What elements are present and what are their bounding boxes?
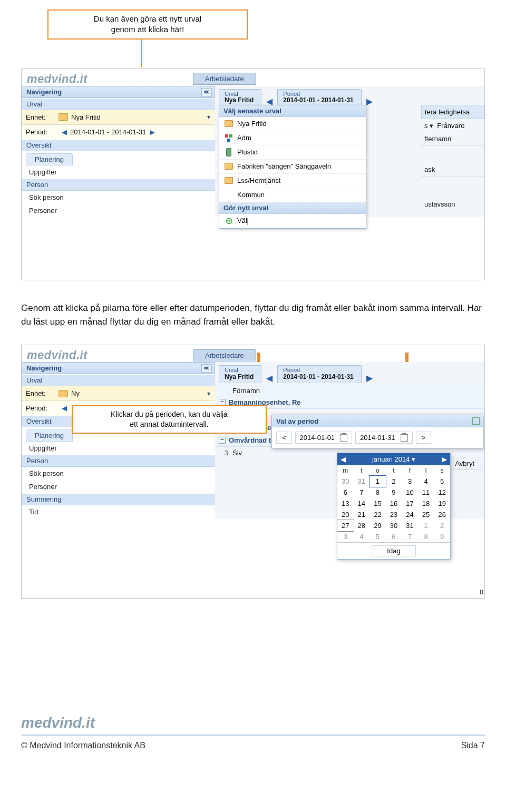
cal-title[interactable]: januari 2014 ▾	[372, 455, 415, 463]
cal-day[interactable]: 22	[369, 509, 386, 520]
cal-day[interactable]: 9	[386, 487, 402, 498]
section-urval: Urval	[22, 98, 215, 110]
cal-day[interactable]: 8	[369, 487, 386, 498]
cal-day[interactable]: 5	[369, 531, 386, 542]
cal-day[interactable]: 7	[354, 487, 370, 498]
cal-day[interactable]: 30	[386, 520, 402, 531]
cal-day[interactable]: 16	[386, 498, 402, 509]
button-fragment[interactable]: tera ledighetsa	[421, 105, 484, 119]
cal-day[interactable]: 23	[386, 509, 402, 520]
cal-day[interactable]: 2	[386, 476, 402, 487]
role-tab[interactable]: Arbetsledare	[193, 73, 256, 85]
cal-day[interactable]: 15	[369, 498, 386, 509]
cal-day[interactable]: 4	[418, 476, 434, 487]
cal-day[interactable]: 25	[418, 509, 434, 520]
collapse-button[interactable]: ≪	[201, 88, 212, 96]
tab-planering[interactable]: Planering	[26, 153, 73, 165]
unit-row[interactable]: Enhet: Nya Fritid ▾	[22, 110, 215, 125]
unit-row[interactable]: Enhet: Ny ▾	[22, 386, 215, 401]
tab-period[interactable]: Period 2014-01-01 - 2014-01-31	[277, 89, 361, 106]
period-prev[interactable]: ◀	[62, 404, 67, 412]
cal-day[interactable]: 5	[434, 476, 450, 487]
cal-day[interactable]: 3	[337, 531, 354, 542]
cal-day[interactable]: 1	[369, 476, 386, 487]
collapse-icon[interactable]: −	[219, 399, 226, 406]
cal-day[interactable]: 13	[337, 498, 354, 509]
cal-day[interactable]: 9	[434, 531, 450, 542]
today-button[interactable]: Idag	[372, 545, 416, 556]
sidebar-item-personer[interactable]: Personer	[22, 480, 215, 493]
calendar-icon[interactable]	[340, 434, 347, 442]
cal-day[interactable]: 2	[434, 520, 450, 531]
cal-day[interactable]: 1	[418, 520, 434, 531]
cal-day[interactable]: 27	[337, 520, 354, 531]
maximize-icon[interactable]	[472, 417, 480, 425]
sidebar-item-sok-person[interactable]: Sök person	[22, 191, 215, 204]
sidebar-item-sok-person[interactable]: Sök person	[22, 467, 215, 480]
dropdown-item[interactable]: Kommun	[219, 188, 366, 202]
dow: s	[434, 465, 450, 476]
period-prev[interactable]: ◀	[62, 128, 67, 136]
dropdown-item[interactable]: Fabriken "sängen" Sänggaveln	[219, 160, 366, 174]
cal-day[interactable]: 24	[402, 509, 418, 520]
tab-urval[interactable]: Urval Nya Fritid	[219, 365, 261, 383]
cal-day[interactable]: 26	[434, 509, 450, 520]
cal-day[interactable]: 12	[434, 487, 450, 498]
date-to-value: 2014-01-31	[360, 434, 395, 442]
cal-day[interactable]: 10	[402, 487, 418, 498]
cal-prev[interactable]: ◀	[340, 455, 346, 463]
chevron-down-icon[interactable]: ▾	[207, 113, 210, 121]
sidebar-item-personer[interactable]: Personer	[22, 204, 215, 217]
cal-day[interactable]: 21	[354, 509, 370, 520]
cal-next[interactable]: ▶	[442, 455, 447, 463]
cal-day[interactable]: 31	[354, 476, 370, 487]
tab-urval[interactable]: Urval Nya Fritid	[219, 89, 261, 106]
cal-day[interactable]: 20	[337, 509, 354, 520]
cancel-button[interactable]: Avbryt	[447, 457, 482, 470]
dropdown-item[interactable]: Plustid	[219, 145, 366, 160]
date-range-prev[interactable]: <	[276, 432, 292, 444]
cal-day[interactable]: 6	[337, 487, 354, 498]
tab-urval-value: Nya Fritid	[225, 374, 254, 381]
dropdown-item-valj[interactable]: ⊕Välj	[219, 214, 366, 228]
cal-day[interactable]: 3	[402, 476, 418, 487]
dropdown-item-label: Lss/Hemtjänst	[237, 177, 280, 184]
cal-day[interactable]: 29	[369, 520, 386, 531]
tab-period[interactable]: Period 2014-01-01 - 2014-01-31	[277, 365, 361, 383]
cal-day[interactable]: 6	[386, 531, 402, 542]
cal-day[interactable]: 19	[434, 498, 450, 509]
date-from-field[interactable]: 2014-01-01	[295, 432, 353, 444]
period-tab-next[interactable]: ▶	[363, 370, 376, 383]
enhet-label: Enhet:	[26, 113, 59, 121]
collapse-icon[interactable]: −	[219, 437, 226, 444]
period-next[interactable]: ▶	[150, 128, 155, 136]
cal-day[interactable]: 28	[354, 520, 370, 531]
collapse-button[interactable]: ≪	[201, 364, 212, 373]
sidebar-item-tid[interactable]: Tid	[22, 505, 215, 518]
date-range-next[interactable]: >	[416, 432, 432, 444]
dow: m	[337, 465, 354, 476]
phone-icon	[226, 148, 231, 156]
cal-day[interactable]: 11	[418, 487, 434, 498]
role-tab[interactable]: Arbetsledare	[193, 349, 256, 361]
cal-day[interactable]: 4	[354, 531, 370, 542]
cal-day[interactable]: 31	[402, 520, 418, 531]
cal-day[interactable]: 18	[418, 498, 434, 509]
dropdown-item[interactable]: Lss/Hemtjänst	[219, 174, 366, 188]
cal-day[interactable]: 7	[402, 531, 418, 542]
sidebar-item-uppgifter[interactable]: Uppgifter	[22, 165, 215, 179]
tab-planering[interactable]: Planering	[26, 429, 73, 442]
cal-day[interactable]: 8	[418, 531, 434, 542]
period-tab-prev[interactable]: ◀	[263, 370, 276, 383]
cal-day[interactable]: 17	[402, 498, 418, 509]
dropdown-item[interactable]: Nya Fritid	[219, 117, 366, 131]
dropdown-item[interactable]: Adm	[219, 131, 366, 145]
chevron-down-icon[interactable]: ▾	[207, 390, 210, 397]
date-to-field[interactable]: 2014-01-31	[355, 432, 413, 444]
sidebar-item-uppgifter[interactable]: Uppgifter	[22, 442, 215, 455]
calendar-icon[interactable]	[401, 434, 408, 442]
body-paragraph: Genom att klicka på pilarna före eller e…	[21, 301, 485, 329]
cal-day[interactable]: 30	[337, 476, 354, 487]
cal-day[interactable]: 14	[354, 498, 370, 509]
nav-label: Navigering	[26, 88, 62, 96]
